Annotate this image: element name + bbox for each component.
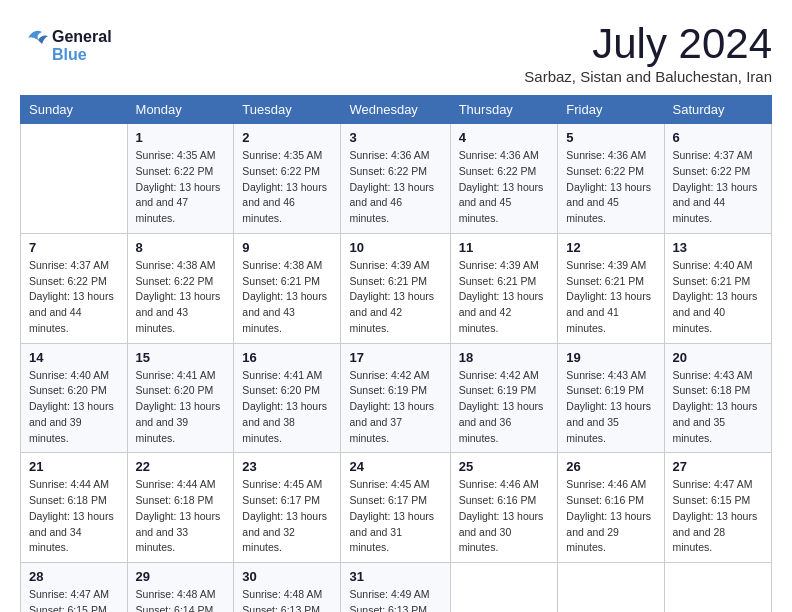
day-info: Sunrise: 4:44 AMSunset: 6:18 PMDaylight:… <box>136 477 226 556</box>
day-number: 22 <box>136 459 226 474</box>
calendar-cell: 10Sunrise: 4:39 AMSunset: 6:21 PMDayligh… <box>341 233 450 343</box>
day-info: Sunrise: 4:41 AMSunset: 6:20 PMDaylight:… <box>136 368 226 447</box>
day-number: 15 <box>136 350 226 365</box>
day-number: 12 <box>566 240 655 255</box>
day-number: 20 <box>673 350 763 365</box>
title-block: July 2024 Sarbaz, Sistan and Baluchestan… <box>524 20 772 85</box>
day-info: Sunrise: 4:37 AMSunset: 6:22 PMDaylight:… <box>29 258 119 337</box>
header-saturday: Saturday <box>664 96 771 124</box>
day-number: 25 <box>459 459 550 474</box>
day-info: Sunrise: 4:35 AMSunset: 6:22 PMDaylight:… <box>136 148 226 227</box>
day-info: Sunrise: 4:38 AMSunset: 6:21 PMDaylight:… <box>242 258 332 337</box>
location-subtitle: Sarbaz, Sistan and Baluchestan, Iran <box>524 68 772 85</box>
calendar-cell: 14Sunrise: 4:40 AMSunset: 6:20 PMDayligh… <box>21 343 128 453</box>
day-number: 13 <box>673 240 763 255</box>
calendar-cell <box>558 563 664 613</box>
day-info: Sunrise: 4:35 AMSunset: 6:22 PMDaylight:… <box>242 148 332 227</box>
day-info: Sunrise: 4:36 AMSunset: 6:22 PMDaylight:… <box>566 148 655 227</box>
calendar-cell: 24Sunrise: 4:45 AMSunset: 6:17 PMDayligh… <box>341 453 450 563</box>
day-number: 7 <box>29 240 119 255</box>
day-number: 5 <box>566 130 655 145</box>
month-title: July 2024 <box>524 20 772 68</box>
calendar-cell: 31Sunrise: 4:49 AMSunset: 6:13 PMDayligh… <box>341 563 450 613</box>
day-info: Sunrise: 4:39 AMSunset: 6:21 PMDaylight:… <box>459 258 550 337</box>
calendar-cell: 13Sunrise: 4:40 AMSunset: 6:21 PMDayligh… <box>664 233 771 343</box>
day-info: Sunrise: 4:36 AMSunset: 6:22 PMDaylight:… <box>349 148 441 227</box>
logo: General Blue <box>20 20 130 70</box>
day-info: Sunrise: 4:46 AMSunset: 6:16 PMDaylight:… <box>566 477 655 556</box>
calendar-cell: 19Sunrise: 4:43 AMSunset: 6:19 PMDayligh… <box>558 343 664 453</box>
header-sunday: Sunday <box>21 96 128 124</box>
day-info: Sunrise: 4:38 AMSunset: 6:22 PMDaylight:… <box>136 258 226 337</box>
calendar-cell: 3Sunrise: 4:36 AMSunset: 6:22 PMDaylight… <box>341 124 450 234</box>
day-info: Sunrise: 4:47 AMSunset: 6:15 PMDaylight:… <box>673 477 763 556</box>
day-info: Sunrise: 4:40 AMSunset: 6:21 PMDaylight:… <box>673 258 763 337</box>
day-info: Sunrise: 4:41 AMSunset: 6:20 PMDaylight:… <box>242 368 332 447</box>
day-number: 16 <box>242 350 332 365</box>
day-number: 27 <box>673 459 763 474</box>
day-info: Sunrise: 4:44 AMSunset: 6:18 PMDaylight:… <box>29 477 119 556</box>
day-number: 8 <box>136 240 226 255</box>
day-info: Sunrise: 4:46 AMSunset: 6:16 PMDaylight:… <box>459 477 550 556</box>
week-row-0: 1Sunrise: 4:35 AMSunset: 6:22 PMDaylight… <box>21 124 772 234</box>
day-number: 1 <box>136 130 226 145</box>
day-info: Sunrise: 4:49 AMSunset: 6:13 PMDaylight:… <box>349 587 441 612</box>
calendar-cell: 21Sunrise: 4:44 AMSunset: 6:18 PMDayligh… <box>21 453 128 563</box>
calendar-cell: 17Sunrise: 4:42 AMSunset: 6:19 PMDayligh… <box>341 343 450 453</box>
header-thursday: Thursday <box>450 96 558 124</box>
day-number: 24 <box>349 459 441 474</box>
day-number: 30 <box>242 569 332 584</box>
calendar-cell: 18Sunrise: 4:42 AMSunset: 6:19 PMDayligh… <box>450 343 558 453</box>
page-header: General Blue July 2024 Sarbaz, Sistan an… <box>20 20 772 85</box>
week-row-1: 7Sunrise: 4:37 AMSunset: 6:22 PMDaylight… <box>21 233 772 343</box>
svg-text:General: General <box>52 28 112 45</box>
day-info: Sunrise: 4:45 AMSunset: 6:17 PMDaylight:… <box>242 477 332 556</box>
header-friday: Friday <box>558 96 664 124</box>
calendar-cell: 1Sunrise: 4:35 AMSunset: 6:22 PMDaylight… <box>127 124 234 234</box>
svg-text:Blue: Blue <box>52 46 87 63</box>
calendar-cell <box>21 124 128 234</box>
calendar-cell: 28Sunrise: 4:47 AMSunset: 6:15 PMDayligh… <box>21 563 128 613</box>
calendar-cell: 5Sunrise: 4:36 AMSunset: 6:22 PMDaylight… <box>558 124 664 234</box>
calendar-cell: 6Sunrise: 4:37 AMSunset: 6:22 PMDaylight… <box>664 124 771 234</box>
calendar-cell: 12Sunrise: 4:39 AMSunset: 6:21 PMDayligh… <box>558 233 664 343</box>
calendar-cell: 25Sunrise: 4:46 AMSunset: 6:16 PMDayligh… <box>450 453 558 563</box>
day-info: Sunrise: 4:48 AMSunset: 6:14 PMDaylight:… <box>136 587 226 612</box>
day-info: Sunrise: 4:47 AMSunset: 6:15 PMDaylight:… <box>29 587 119 612</box>
day-number: 19 <box>566 350 655 365</box>
calendar-cell: 9Sunrise: 4:38 AMSunset: 6:21 PMDaylight… <box>234 233 341 343</box>
day-info: Sunrise: 4:48 AMSunset: 6:13 PMDaylight:… <box>242 587 332 612</box>
calendar-cell: 4Sunrise: 4:36 AMSunset: 6:22 PMDaylight… <box>450 124 558 234</box>
calendar-cell: 23Sunrise: 4:45 AMSunset: 6:17 PMDayligh… <box>234 453 341 563</box>
calendar-cell: 11Sunrise: 4:39 AMSunset: 6:21 PMDayligh… <box>450 233 558 343</box>
day-info: Sunrise: 4:42 AMSunset: 6:19 PMDaylight:… <box>459 368 550 447</box>
calendar-cell: 27Sunrise: 4:47 AMSunset: 6:15 PMDayligh… <box>664 453 771 563</box>
calendar-cell <box>664 563 771 613</box>
day-number: 14 <box>29 350 119 365</box>
day-number: 17 <box>349 350 441 365</box>
calendar-cell: 22Sunrise: 4:44 AMSunset: 6:18 PMDayligh… <box>127 453 234 563</box>
day-number: 31 <box>349 569 441 584</box>
day-info: Sunrise: 4:43 AMSunset: 6:19 PMDaylight:… <box>566 368 655 447</box>
header-monday: Monday <box>127 96 234 124</box>
day-number: 21 <box>29 459 119 474</box>
day-number: 11 <box>459 240 550 255</box>
header-row: SundayMondayTuesdayWednesdayThursdayFrid… <box>21 96 772 124</box>
calendar-cell: 30Sunrise: 4:48 AMSunset: 6:13 PMDayligh… <box>234 563 341 613</box>
day-number: 6 <box>673 130 763 145</box>
calendar-cell: 7Sunrise: 4:37 AMSunset: 6:22 PMDaylight… <box>21 233 128 343</box>
day-number: 26 <box>566 459 655 474</box>
day-number: 4 <box>459 130 550 145</box>
day-info: Sunrise: 4:39 AMSunset: 6:21 PMDaylight:… <box>566 258 655 337</box>
day-number: 28 <box>29 569 119 584</box>
week-row-2: 14Sunrise: 4:40 AMSunset: 6:20 PMDayligh… <box>21 343 772 453</box>
day-info: Sunrise: 4:45 AMSunset: 6:17 PMDaylight:… <box>349 477 441 556</box>
day-number: 9 <box>242 240 332 255</box>
calendar-cell: 20Sunrise: 4:43 AMSunset: 6:18 PMDayligh… <box>664 343 771 453</box>
day-number: 10 <box>349 240 441 255</box>
day-info: Sunrise: 4:39 AMSunset: 6:21 PMDaylight:… <box>349 258 441 337</box>
day-info: Sunrise: 4:40 AMSunset: 6:20 PMDaylight:… <box>29 368 119 447</box>
calendar-table: SundayMondayTuesdayWednesdayThursdayFrid… <box>20 95 772 612</box>
calendar-cell <box>450 563 558 613</box>
week-row-4: 28Sunrise: 4:47 AMSunset: 6:15 PMDayligh… <box>21 563 772 613</box>
